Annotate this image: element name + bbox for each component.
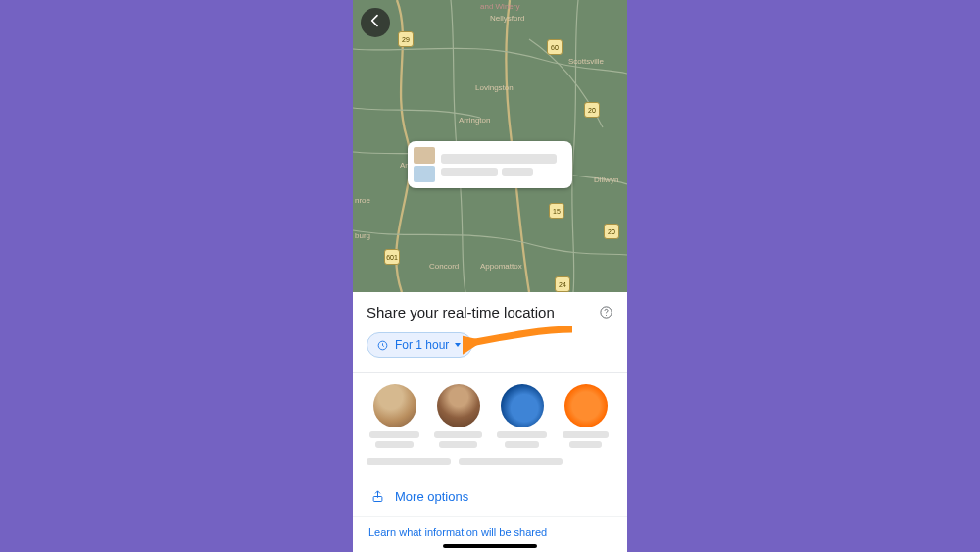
share-title: Share your real-time location [367, 304, 555, 321]
avatar [373, 384, 416, 427]
contact-item[interactable] [367, 384, 422, 448]
callout-arrow [463, 324, 580, 359]
contact-item[interactable] [494, 384, 550, 448]
location-thumbnail [414, 147, 435, 182]
contact-email-row [367, 458, 613, 467]
chevron-down-icon [455, 343, 461, 347]
share-sheet: Share your real-time location For 1 hour [353, 292, 627, 548]
route-shield: 60 [547, 39, 563, 55]
avatar [501, 384, 544, 427]
avatar [437, 384, 480, 427]
phone-frame: and Winery Nellysford Scottsville Loving… [353, 0, 627, 552]
home-indicator [443, 544, 537, 548]
map-label: Arrington [459, 116, 490, 125]
map-label: Concord [429, 262, 459, 271]
map-label: Scottsville [568, 57, 604, 66]
route-shield: 20 [604, 224, 619, 239]
contact-suggestions [367, 373, 613, 452]
map-label: Dillwyn [594, 176, 618, 184]
back-button[interactable] [361, 8, 390, 37]
map-label: Appomattox [480, 262, 522, 271]
contact-item[interactable] [558, 384, 613, 448]
route-shield: 15 [549, 203, 564, 219]
share-icon [370, 489, 385, 504]
map-label: burg [355, 231, 370, 240]
map-label: nroe [355, 196, 370, 205]
current-location-card[interactable] [408, 141, 572, 188]
route-shield: 601 [384, 249, 400, 265]
clock-icon [376, 339, 389, 352]
route-shield: 29 [398, 31, 414, 47]
help-icon[interactable] [599, 305, 613, 320]
avatar [564, 384, 608, 427]
map-view[interactable]: and Winery Nellysford Scottsville Loving… [353, 0, 627, 292]
duration-label: For 1 hour [395, 338, 449, 352]
map-label: and Winery [480, 2, 519, 11]
chevron-left-icon [368, 13, 383, 32]
route-shield: 20 [584, 102, 600, 118]
svg-point-1 [606, 315, 607, 316]
more-options-label: More options [395, 489, 468, 504]
duration-selector[interactable]: For 1 hour [367, 332, 472, 358]
route-shield: 24 [555, 276, 570, 292]
contact-item[interactable] [430, 384, 486, 448]
more-options-button[interactable]: More options [367, 477, 613, 516]
map-label: Nellysford [490, 14, 525, 23]
map-label: Lovingston [475, 83, 514, 92]
